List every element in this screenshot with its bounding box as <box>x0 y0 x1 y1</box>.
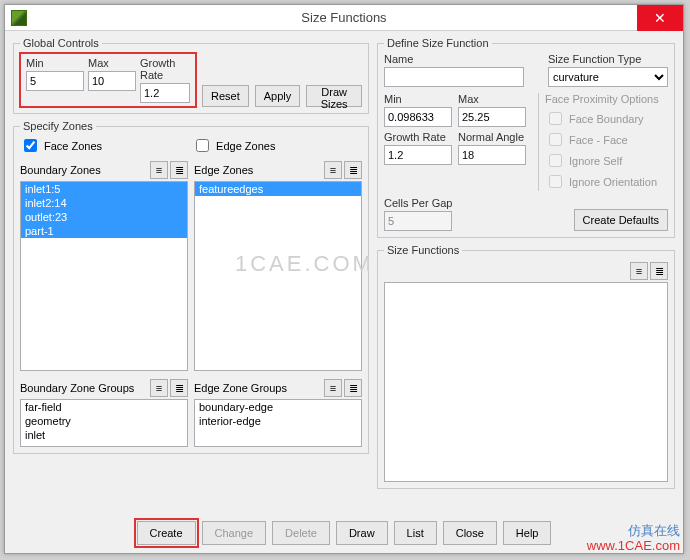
create-defaults-button[interactable]: Create Defaults <box>574 209 668 231</box>
content: Global Controls Min Max Growth Rate <box>5 31 683 497</box>
list-item[interactable]: far-field <box>21 400 187 414</box>
list-item[interactable]: inlet <box>21 428 187 442</box>
list-item[interactable]: geometry <box>21 414 187 428</box>
face-boundary-checkbox <box>549 112 562 125</box>
edge-zone-groups-label: Edge Zone Groups <box>194 382 287 394</box>
edge-zones-label: Edge Zones <box>216 140 275 152</box>
list-item[interactable]: inlet1:5 <box>21 182 187 196</box>
face-zones-checkbox[interactable] <box>24 139 37 152</box>
sf-name-input[interactable] <box>384 67 524 87</box>
list-item[interactable]: inlet2:14 <box>21 196 187 210</box>
deselect-all-icon[interactable]: ≣ <box>650 262 668 280</box>
min-label: Min <box>26 57 84 69</box>
face-face-checkbox <box>549 133 562 146</box>
edge-zones-list-label: Edge Zones <box>194 164 253 176</box>
size-functions-window: Size Functions ✕ Global Controls Min Max <box>4 4 684 554</box>
help-button[interactable]: Help <box>503 521 552 545</box>
list-item[interactable]: part-1 <box>21 224 187 238</box>
specify-zones-group: Specify Zones Face Zones Edge Zones <box>13 120 369 454</box>
def-min-label: Min <box>384 93 452 105</box>
select-all-icon[interactable]: ≡ <box>630 262 648 280</box>
select-all-icon[interactable]: ≡ <box>324 161 342 179</box>
apply-button[interactable]: Apply <box>255 85 301 107</box>
define-size-function-legend: Define Size Function <box>384 37 492 49</box>
deselect-all-icon[interactable]: ≣ <box>170 379 188 397</box>
def-normal-angle-input[interactable] <box>458 145 526 165</box>
cells-per-gap-label: Cells Per Gap <box>384 197 452 209</box>
face-boundary-label: Face Boundary <box>569 113 644 125</box>
boundary-zone-groups-list[interactable]: far-fieldgeometryinlet <box>20 399 188 447</box>
list-item[interactable]: outlet:23 <box>21 210 187 224</box>
size-functions-list-group: Size Functions ≡ ≣ <box>377 244 675 489</box>
select-all-icon[interactable]: ≡ <box>150 161 168 179</box>
list-item[interactable]: boundary-edge <box>195 400 361 414</box>
specify-zones-legend: Specify Zones <box>20 120 96 132</box>
draw-sizes-button[interactable]: Draw Sizes <box>306 85 362 107</box>
list-item[interactable]: featureedges <box>195 182 361 196</box>
sf-type-label: Size Function Type <box>548 53 668 65</box>
titlebar: Size Functions ✕ <box>5 5 683 31</box>
list-button[interactable]: List <box>394 521 437 545</box>
min-input[interactable] <box>26 71 84 91</box>
name-label: Name <box>384 53 542 65</box>
edge-zones-checkbox[interactable] <box>196 139 209 152</box>
left-column: Global Controls Min Max Growth Rate <box>13 37 369 495</box>
global-controls-row: Min Max Growth Rate Reset Apply <box>20 53 362 107</box>
def-growth-rate-label: Growth Rate <box>384 131 452 143</box>
def-min-input[interactable] <box>384 107 452 127</box>
size-functions-legend: Size Functions <box>384 244 462 256</box>
growth-rate-label: Growth Rate <box>140 57 190 81</box>
def-normal-angle-label: Normal Angle <box>458 131 526 143</box>
global-controls-legend: Global Controls <box>20 37 102 49</box>
ignore-orientation-checkbox <box>549 175 562 188</box>
draw-button[interactable]: Draw <box>336 521 388 545</box>
face-proximity-legend: Face Proximity Options <box>545 93 659 105</box>
deselect-all-icon[interactable]: ≣ <box>170 161 188 179</box>
app-icon <box>11 10 27 26</box>
define-size-function-group: Define Size Function Name Size Function … <box>377 37 675 238</box>
face-face-label: Face - Face <box>569 134 628 146</box>
create-button[interactable]: Create <box>137 521 196 545</box>
change-button: Change <box>202 521 267 545</box>
def-max-label: Max <box>458 93 526 105</box>
deselect-all-icon[interactable]: ≣ <box>344 379 362 397</box>
select-all-icon[interactable]: ≡ <box>150 379 168 397</box>
max-input[interactable] <box>88 71 136 91</box>
cells-per-gap-input <box>384 211 452 231</box>
ignore-self-label: Ignore Self <box>569 155 622 167</box>
growth-rate-input[interactable] <box>140 83 190 103</box>
delete-button: Delete <box>272 521 330 545</box>
boundary-zones-label: Boundary Zones <box>20 164 101 176</box>
max-label: Max <box>88 57 136 69</box>
reset-button[interactable]: Reset <box>202 85 249 107</box>
boundary-zone-groups-label: Boundary Zone Groups <box>20 382 134 394</box>
deselect-all-icon[interactable]: ≣ <box>344 161 362 179</box>
def-max-input[interactable] <box>458 107 526 127</box>
global-controls-group: Global Controls Min Max Growth Rate <box>13 37 369 114</box>
def-growth-rate-input[interactable] <box>384 145 452 165</box>
close-button[interactable]: Close <box>443 521 497 545</box>
edge-zones-list[interactable]: featureedges <box>194 181 362 371</box>
ignore-self-checkbox <box>549 154 562 167</box>
sf-type-select[interactable]: curvature <box>548 67 668 87</box>
ignore-orientation-label: Ignore Orientation <box>569 176 657 188</box>
list-item[interactable]: interior-edge <box>195 414 361 428</box>
face-zones-label: Face Zones <box>44 140 102 152</box>
window-title: Size Functions <box>5 10 683 25</box>
select-all-icon[interactable]: ≡ <box>324 379 342 397</box>
edge-zone-groups-list[interactable]: boundary-edgeinterior-edge <box>194 399 362 447</box>
close-icon[interactable]: ✕ <box>637 5 683 31</box>
right-column: Define Size Function Name Size Function … <box>377 37 675 495</box>
bottom-bar: Create Change Delete Draw List Close Hel… <box>5 521 683 545</box>
boundary-zones-list[interactable]: inlet1:5inlet2:14outlet:23part-1 <box>20 181 188 371</box>
size-functions-list[interactable] <box>384 282 668 482</box>
